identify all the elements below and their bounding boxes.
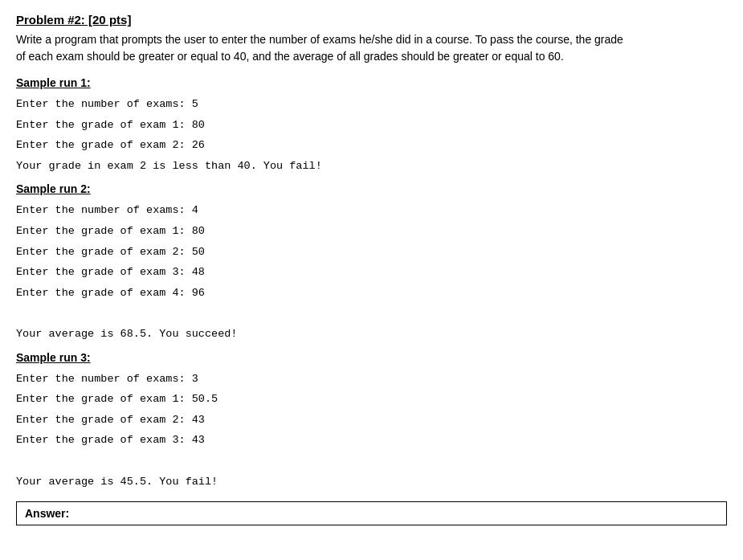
sample-run-1-label: Sample run 1: [16, 76, 727, 89]
description-line2: of each exam should be greater or equal … [16, 50, 564, 63]
sample-run-2-line-2: Enter the grade of exam 1: 80 [16, 223, 727, 240]
sample-run-3-line-4: Enter the grade of exam 3: 43 [16, 431, 727, 449]
problem-title: Problem #2: [20 pts] [16, 13, 727, 27]
sample-run-2-line-5: Enter the grade of exam 4: 96 [16, 284, 727, 302]
sample-run-2-line-3: Enter the grade of exam 2: 50 [16, 243, 727, 261]
sample-run-2-line-7: Your average is 68.5. You succeed! [16, 325, 727, 343]
sample-run-3-section: Sample run 3: Enter the number of exams:… [16, 351, 727, 491]
sample-run-1-line-4: Your grade in exam 2 is less than 40. Yo… [16, 157, 727, 175]
sample-run-3-line-6: Your average is 45.5. You fail! [16, 473, 727, 491]
sample-run-2-section: Sample run 2: Enter the number of exams:… [16, 182, 727, 342]
answer-label: Answer: [25, 507, 69, 520]
description-line1: Write a program that prompts the user to… [16, 33, 623, 46]
sample-run-1-line-1: Enter the number of exams: 5 [16, 96, 727, 113]
sample-run-2-label: Sample run 2: [16, 182, 727, 195]
sample-run-2-line-4: Enter the grade of exam 3: 48 [16, 264, 727, 281]
sample-run-3-label: Sample run 3: [16, 351, 727, 364]
sample-run-3-spacer [16, 452, 727, 470]
sample-run-3-line-2: Enter the grade of exam 1: 50.5 [16, 390, 727, 408]
problem-description: Write a program that prompts the user to… [16, 31, 727, 65]
sample-run-3-line-1: Enter the number of exams: 3 [16, 370, 727, 388]
sample-run-1-line-3: Enter the grade of exam 2: 26 [16, 137, 727, 154]
answer-box[interactable]: Answer: [16, 501, 727, 525]
page: Problem #2: [20 pts] Write a program tha… [0, 0, 743, 542]
sample-run-3-line-3: Enter the grade of exam 2: 43 [16, 411, 727, 429]
sample-run-1-section: Sample run 1: Enter the number of exams:… [16, 76, 727, 174]
sample-run-1-line-2: Enter the grade of exam 1: 80 [16, 116, 727, 134]
sample-run-2-line-1: Enter the number of exams: 4 [16, 202, 727, 219]
sample-run-2-spacer [16, 305, 727, 322]
